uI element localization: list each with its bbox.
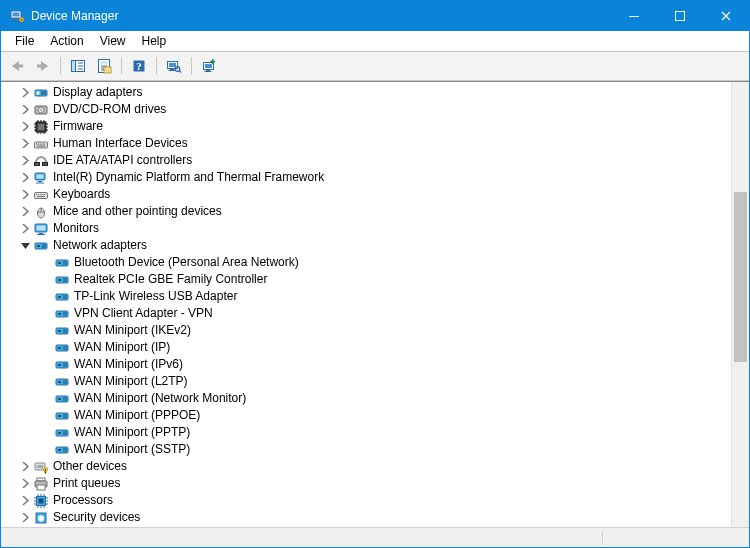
menu-view[interactable]: View — [92, 32, 134, 50]
svg-point-35 — [40, 109, 42, 111]
toolbar-separator — [60, 57, 61, 75]
properties-button[interactable] — [92, 54, 116, 78]
expand-icon[interactable] — [17, 136, 33, 152]
svg-rect-7 — [629, 16, 639, 17]
tree-item-wan-sstp[interactable]: WAN Miniport (SSTP) — [1, 441, 731, 458]
window-buttons — [611, 1, 749, 31]
svg-rect-62 — [37, 234, 45, 235]
hid-icon — [33, 136, 49, 152]
svg-rect-97 — [39, 498, 44, 503]
tree-item-wan-pptp[interactable]: WAN Miniport (PPTP) — [1, 424, 731, 441]
menu-action[interactable]: Action — [42, 32, 91, 50]
scrollbar-thumb[interactable] — [734, 192, 747, 362]
device-tree[interactable]: Display adapters DVD/CD-ROM drives Firmw… — [1, 82, 731, 527]
collapse-icon[interactable] — [17, 238, 33, 254]
tree-item-keyboards[interactable]: Keyboards — [1, 186, 731, 203]
network-adapter-icon — [54, 408, 70, 424]
tree-label: VPN Client Adapter - VPN — [74, 305, 213, 322]
svg-rect-15 — [104, 67, 111, 73]
tree-item-security-devices[interactable]: Security devices — [1, 509, 731, 526]
tree-item-realtek-gbe[interactable]: Realtek PCIe GBE Family Controller — [1, 271, 731, 288]
network-adapter-icon — [54, 289, 70, 305]
tree-item-mice[interactable]: Mice and other pointing devices — [1, 203, 731, 220]
tree-item-vpn-client[interactable]: VPN Client Adapter - VPN — [1, 305, 731, 322]
tree-item-display-adapters[interactable]: Display adapters — [1, 84, 731, 101]
expand-icon[interactable] — [17, 187, 33, 203]
tree-item-monitors[interactable]: Monitors — [1, 220, 731, 237]
minimize-button[interactable] — [611, 1, 657, 31]
show-hide-console-tree-button[interactable] — [66, 54, 90, 78]
expand-icon[interactable] — [17, 153, 33, 169]
svg-rect-10 — [37, 65, 42, 68]
svg-rect-57 — [37, 196, 45, 197]
svg-rect-6 — [20, 19, 23, 20]
tree-item-intel-dptf[interactable]: Intel(R) Dynamic Platform and Thermal Fr… — [1, 169, 731, 186]
svg-rect-19 — [169, 63, 176, 67]
svg-rect-82 — [58, 398, 61, 400]
expand-icon[interactable] — [17, 102, 33, 118]
expand-icon[interactable] — [17, 476, 33, 492]
toolbar: ? — [1, 51, 749, 81]
tree-label: Security devices — [53, 509, 140, 526]
tree-item-ide[interactable]: IDE ATA/ATAPI controllers — [1, 152, 731, 169]
nav-forward-button[interactable] — [31, 54, 55, 78]
network-adapter-icon — [54, 442, 70, 458]
tree-item-wan-ip[interactable]: WAN Miniport (IP) — [1, 339, 731, 356]
network-adapter-icon — [54, 340, 70, 356]
tree-item-tplink-usb[interactable]: TP-Link Wireless USB Adapter — [1, 288, 731, 305]
tree-item-wan-ipv6[interactable]: WAN Miniport (IPv6) — [1, 356, 731, 373]
svg-rect-92 — [45, 472, 46, 473]
vertical-scrollbar[interactable] — [731, 82, 749, 527]
tree-label: Bluetooth Device (Personal Area Network) — [74, 254, 299, 271]
tree-label: WAN Miniport (Network Monitor) — [74, 390, 246, 407]
expand-icon[interactable] — [17, 119, 33, 135]
tree-item-wan-l2tp[interactable]: WAN Miniport (L2TP) — [1, 373, 731, 390]
svg-rect-91 — [45, 469, 46, 471]
keyboard-icon — [33, 187, 49, 203]
tree-item-network-adapters[interactable]: Network adapters — [1, 237, 731, 254]
tree-item-wan-pppoe[interactable]: WAN Miniport (PPPOE) — [1, 407, 731, 424]
tree-label: WAN Miniport (PPPOE) — [74, 407, 200, 424]
scan-hardware-button[interactable] — [162, 54, 186, 78]
tree-item-hid[interactable]: Human Interface Devices — [1, 135, 731, 152]
expand-icon[interactable] — [17, 170, 33, 186]
expand-icon[interactable] — [17, 204, 33, 220]
maximize-button[interactable] — [657, 1, 703, 31]
tree-label: Monitors — [53, 220, 99, 237]
expand-icon[interactable] — [17, 85, 33, 101]
statusbar — [1, 527, 749, 547]
svg-rect-26 — [205, 71, 212, 72]
app-icon — [9, 8, 25, 24]
svg-rect-55 — [42, 194, 43, 195]
tree-item-bluetooth-pan[interactable]: Bluetooth Device (Personal Area Network) — [1, 254, 731, 271]
tree-item-wan-netmon[interactable]: WAN Miniport (Network Monitor) — [1, 390, 731, 407]
menubar: File Action View Help — [1, 31, 749, 51]
tree-item-firmware[interactable]: Firmware — [1, 118, 731, 135]
tree-item-wan-ikev2[interactable]: WAN Miniport (IKEv2) — [1, 322, 731, 339]
mouse-icon — [33, 204, 49, 220]
network-adapter-icon — [54, 272, 70, 288]
tree-label: Mice and other pointing devices — [53, 203, 222, 220]
tree-label: IDE ATA/ATAPI controllers — [53, 152, 192, 169]
tree-label: WAN Miniport (IP) — [74, 339, 170, 356]
menu-file[interactable]: File — [7, 32, 42, 50]
nav-back-button[interactable] — [5, 54, 29, 78]
tree-label: WAN Miniport (PPTP) — [74, 424, 190, 441]
svg-rect-40 — [38, 143, 39, 144]
expand-icon[interactable] — [17, 510, 33, 526]
tree-item-dvd-cdrom[interactable]: DVD/CD-ROM drives — [1, 101, 731, 118]
tree-item-other-devices[interactable]: Other devices — [1, 458, 731, 475]
tree-item-processors[interactable]: Processors — [1, 492, 731, 509]
expand-icon[interactable] — [17, 493, 33, 509]
help-button[interactable]: ? — [127, 54, 151, 78]
expand-icon[interactable] — [17, 459, 33, 475]
tree-item-print-queues[interactable]: Print queues — [1, 475, 731, 492]
expand-icon[interactable] — [17, 221, 33, 237]
svg-rect-53 — [38, 194, 39, 195]
add-legacy-hardware-button[interactable] — [197, 54, 221, 78]
svg-rect-68 — [58, 279, 61, 281]
svg-rect-44 — [37, 145, 45, 146]
close-button[interactable] — [703, 1, 749, 31]
menu-help[interactable]: Help — [134, 32, 175, 50]
tree-label: Keyboards — [53, 186, 110, 203]
